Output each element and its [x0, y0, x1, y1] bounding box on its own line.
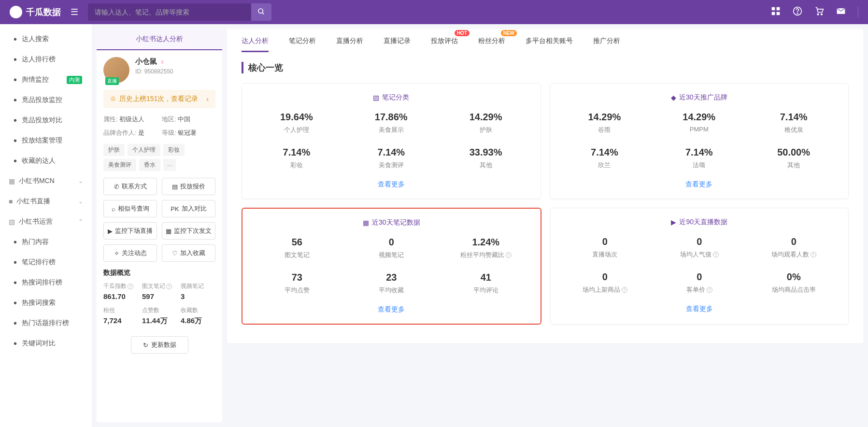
tag-more[interactable]: ...: [163, 159, 176, 171]
watch-post-button[interactable]: ▦监控下次发文: [162, 222, 215, 240]
stat-value: 14.29%: [654, 112, 744, 123]
more-link[interactable]: 查看更多: [252, 305, 531, 314]
sidebar-sub-note-rank[interactable]: 笔记排行榜: [0, 252, 92, 272]
stat-cell: 41平均评论: [441, 272, 531, 295]
overview-title: 数据概览: [103, 269, 215, 277]
tab-live-analysis[interactable]: 直播分析: [336, 37, 363, 52]
stat-cell: 0客单价?: [655, 271, 744, 294]
more-link[interactable]: 查看更多: [252, 180, 531, 189]
sidebar-sub-hot[interactable]: 热门内容: [0, 232, 92, 252]
stat-cell: 0%场均商品点击率: [749, 271, 839, 294]
sidebar-item-search[interactable]: 达人搜索: [0, 29, 92, 49]
svg-point-9: [821, 14, 823, 14]
stat-value: 33.93%: [441, 147, 531, 158]
sidebar-sub-hotword-rank[interactable]: 热搜词排行榜: [0, 272, 92, 293]
tab-live-record[interactable]: 直播记录: [384, 37, 411, 52]
tab-promo[interactable]: 推广分析: [593, 37, 620, 52]
tag[interactable]: 个人护理: [128, 144, 160, 156]
sidebar-sub-topic-rank[interactable]: 热门话题排行榜: [0, 313, 92, 333]
tag[interactable]: 护肤: [103, 144, 125, 156]
tabs: 达人分析 笔记分析 直播分析 直播记录 投放评估HOT 粉丝分析NEW 多平台相…: [227, 29, 863, 52]
stat-cell: 1.24%粉丝平均赞藏比?: [441, 237, 531, 259]
logo[interactable]: 千瓜数据: [10, 6, 61, 18]
stat-label: 场均人气值?: [655, 250, 744, 259]
menu-toggle-icon[interactable]: ☰: [71, 7, 78, 17]
contact-button[interactable]: ✆联系方式: [103, 178, 157, 195]
tab-influencer[interactable]: 达人分析: [242, 37, 269, 52]
stat-label: 个人护理: [252, 126, 342, 134]
history-banner[interactable]: ♔历史上榜151次，查看记录 ›: [103, 90, 215, 108]
stat-value: 0: [655, 236, 744, 247]
stat-label: 其他: [441, 161, 531, 170]
chevron-down-icon: ⌄: [78, 198, 83, 205]
beta-tag: 内测: [67, 76, 82, 84]
help-small-icon[interactable]: ?: [707, 287, 712, 293]
profile-id: ID: 950882550: [135, 68, 173, 75]
video-icon: ▶: [671, 218, 676, 226]
sidebar-group-mcn[interactable]: ▦小红书MCN⌄: [0, 171, 92, 191]
watch-live-button[interactable]: ▶监控下场直播: [103, 222, 157, 240]
apps-icon[interactable]: [771, 6, 781, 18]
follow-trend-button[interactable]: ✧关注动态: [103, 244, 157, 262]
stat-value: 7.14%: [346, 147, 436, 158]
update-data-button[interactable]: ↻更新数据: [131, 336, 188, 354]
search-input[interactable]: [88, 8, 251, 16]
mail-icon[interactable]: [836, 6, 846, 18]
tab-placement[interactable]: 投放评估HOT: [431, 37, 458, 52]
stat-cell: 0视频笔记: [347, 237, 437, 259]
tab-notes[interactable]: 笔记分析: [289, 37, 316, 52]
stat-value: 17.86%: [346, 112, 436, 123]
sidebar-item-sentiment[interactable]: 舆情监控内测: [0, 70, 92, 90]
help-small-icon[interactable]: ?: [506, 252, 512, 258]
tab-multiplatform[interactable]: 多平台相关账号: [526, 37, 573, 52]
stat-cell: 0场均上架商品?: [560, 271, 650, 294]
help-small-icon[interactable]: ?: [166, 284, 172, 289]
search-button[interactable]: [251, 3, 271, 21]
building-icon: ▦: [9, 177, 15, 185]
tab-fans[interactable]: 粉丝分析NEW: [478, 37, 505, 52]
top-divider: [858, 7, 858, 17]
stat-label: 场均商品点击率: [749, 285, 839, 294]
compare-button[interactable]: PK加入对比: [162, 200, 215, 217]
stat-cell: 14.29%谷雨: [560, 112, 650, 134]
svg-point-8: [817, 14, 819, 14]
avatar[interactable]: 直播: [103, 57, 129, 83]
stat-cell: 7.14%彩妆: [252, 147, 342, 170]
sidebar-item-case-mgmt[interactable]: 投放结案管理: [0, 130, 92, 151]
sidebar-item-compete-monitor[interactable]: 竟品投放监控: [0, 90, 92, 110]
sidebar-item-favorites[interactable]: 收藏的达人: [0, 151, 92, 171]
svg-rect-4: [772, 12, 775, 15]
stat-value: 1.24%: [441, 237, 531, 248]
help-small-icon[interactable]: ?: [128, 284, 133, 289]
pk-label: PK: [171, 205, 179, 213]
stat-cell: 19.64%个人护理: [252, 112, 342, 134]
stat-value: 73: [252, 272, 342, 283]
help-small-icon[interactable]: ?: [811, 252, 816, 257]
sidebar-sub-keyword-compare[interactable]: 关键词对比: [0, 333, 92, 354]
sidebar-group-ops[interactable]: ▧小红书运营⌃: [0, 212, 92, 232]
quote-button[interactable]: ▤投放报价: [162, 178, 215, 195]
profile-tags: 护肤 个人护理 彩妆 美食测评 香水 ...: [97, 144, 222, 178]
help-small-icon[interactable]: ?: [622, 287, 627, 293]
tag[interactable]: 美食测评: [103, 159, 136, 171]
sidebar-item-compete-compare[interactable]: 竟品投放对比: [0, 110, 92, 130]
favorite-button[interactable]: ♡加入收藏: [162, 244, 215, 262]
help-icon[interactable]: [793, 6, 802, 18]
chevron-down-icon: ⌄: [78, 178, 83, 185]
more-link[interactable]: 查看更多: [560, 305, 839, 313]
similar-button[interactable]: ⌕相似号查询: [103, 200, 157, 217]
main: 达人分析 笔记分析 直播分析 直播记录 投放评估HOT 粉丝分析NEW 多平台相…: [222, 24, 868, 427]
tag[interactable]: 香水: [139, 159, 160, 171]
stat-value: 50.00%: [749, 147, 839, 158]
help-small-icon[interactable]: ?: [713, 252, 719, 257]
sidebar-item-rank[interactable]: 达人排行榜: [0, 49, 92, 70]
tag[interactable]: 彩妆: [163, 144, 185, 156]
sidebar-group-live[interactable]: ■小红书直播⌄: [0, 191, 92, 212]
sidebar-sub-hotword-search[interactable]: 热搜词搜索: [0, 293, 92, 313]
profile-tab[interactable]: 小红书达人分析: [97, 29, 222, 50]
refresh-icon: ↻: [143, 342, 148, 349]
stat-label: 其他: [749, 161, 839, 170]
more-link[interactable]: 查看更多: [560, 180, 839, 189]
stat-label: 谷雨: [560, 126, 650, 134]
cart-icon[interactable]: [814, 6, 824, 18]
